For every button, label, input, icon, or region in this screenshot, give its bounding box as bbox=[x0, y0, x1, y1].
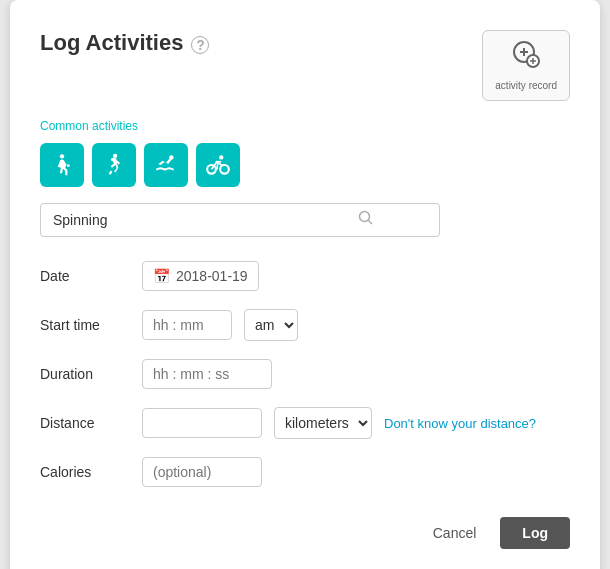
form-section: Date 📅 2018-01-19 Start time am pm Durat… bbox=[40, 261, 570, 487]
running-button[interactable] bbox=[92, 143, 136, 187]
svg-point-6 bbox=[60, 154, 64, 158]
start-time-input[interactable] bbox=[142, 310, 232, 340]
svg-point-10 bbox=[220, 165, 229, 174]
start-time-row: Start time am pm bbox=[40, 309, 570, 341]
activity-icons-row bbox=[40, 143, 570, 187]
search-container bbox=[40, 203, 570, 237]
activity-record-button[interactable]: activity record bbox=[482, 30, 570, 101]
calories-input[interactable] bbox=[142, 457, 262, 487]
distance-label: Distance bbox=[40, 415, 130, 431]
date-label: Date bbox=[40, 268, 130, 284]
cycling-icon bbox=[205, 152, 231, 178]
cycling-button[interactable] bbox=[196, 143, 240, 187]
footer-row: Cancel Log bbox=[40, 517, 570, 549]
header-row: Log Activities ? activity record bbox=[40, 30, 570, 101]
svg-point-11 bbox=[219, 155, 223, 159]
page-title: Log Activities bbox=[40, 30, 183, 56]
swimming-icon bbox=[153, 152, 179, 178]
date-picker[interactable]: 📅 2018-01-19 bbox=[142, 261, 259, 291]
help-icon[interactable]: ? bbox=[191, 36, 209, 54]
walking-button[interactable] bbox=[40, 143, 84, 187]
dont-know-link[interactable]: Don't know your distance? bbox=[384, 416, 536, 431]
activity-record-label: activity record bbox=[495, 79, 557, 92]
duration-input[interactable] bbox=[142, 359, 272, 389]
common-activities-label: Common activities bbox=[40, 119, 570, 133]
activity-record-icon bbox=[511, 39, 541, 75]
distance-row: Distance kilometers miles Don't know you… bbox=[40, 407, 570, 439]
title-area: Log Activities ? bbox=[40, 30, 209, 56]
walking-icon bbox=[49, 152, 75, 178]
duration-label: Duration bbox=[40, 366, 130, 382]
unit-select[interactable]: kilometers miles bbox=[274, 407, 372, 439]
calendar-icon: 📅 bbox=[153, 268, 170, 284]
log-activities-modal: Log Activities ? activity record Common … bbox=[10, 0, 600, 569]
duration-row: Duration bbox=[40, 359, 570, 389]
svg-point-7 bbox=[113, 154, 117, 158]
date-row: Date 📅 2018-01-19 bbox=[40, 261, 570, 291]
calories-row: Calories bbox=[40, 457, 570, 487]
date-value: 2018-01-19 bbox=[176, 268, 248, 284]
cancel-button[interactable]: Cancel bbox=[421, 517, 489, 549]
search-input[interactable] bbox=[40, 203, 440, 237]
running-icon bbox=[101, 152, 127, 178]
swimming-button[interactable] bbox=[144, 143, 188, 187]
calories-label: Calories bbox=[40, 464, 130, 480]
distance-input[interactable] bbox=[142, 408, 262, 438]
start-time-label: Start time bbox=[40, 317, 130, 333]
log-button[interactable]: Log bbox=[500, 517, 570, 549]
am-pm-select[interactable]: am pm bbox=[244, 309, 298, 341]
